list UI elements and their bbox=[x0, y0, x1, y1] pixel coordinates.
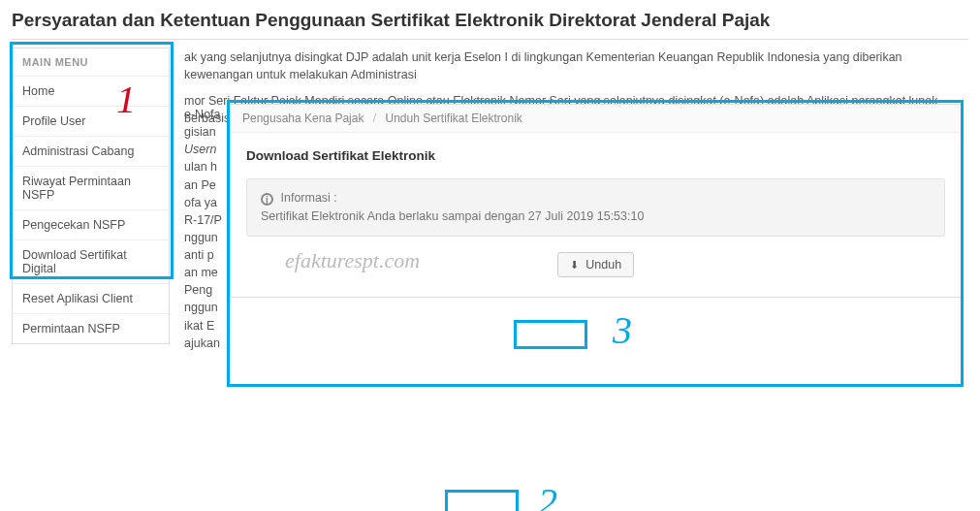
info-icon: i bbox=[261, 193, 273, 206]
sidebar-item-admin-cabang[interactable]: Administrasi Cabang bbox=[13, 136, 169, 166]
modal-body: Download Sertifikat Elektronik i Informa… bbox=[231, 133, 961, 297]
info-box: i Informasi : Sertifikat Elektronik Anda… bbox=[246, 178, 945, 237]
unduh-button[interactable]: ⬇ Unduh bbox=[557, 252, 634, 277]
divider bbox=[12, 39, 968, 40]
sidebar-item-profile[interactable]: Profile User bbox=[13, 106, 169, 136]
info-title: Informasi : bbox=[280, 191, 336, 205]
unduh-label: Unduh bbox=[585, 258, 621, 271]
download-modal: Pengusaha Kena Pajak / Unduh Sertifikat … bbox=[230, 104, 962, 298]
sidebar-item-reset-client[interactable]: Reset Aplikasi Client bbox=[13, 283, 169, 313]
page-title: Persyaratan dan Ketentuan Penggunaan Ser… bbox=[0, 0, 980, 39]
main-container: ak yang selanjutnya disingkat DJP adalah… bbox=[0, 48, 980, 511]
sidebar-header: MAIN MENU bbox=[13, 48, 169, 76]
sidebar-item-permintaan-nsfp[interactable]: Permintaan NSFP bbox=[13, 313, 169, 343]
sidebar: MAIN MENU Home Profile User Administrasi… bbox=[12, 48, 170, 344]
info-body: Sertifikat Elektronik Anda berlaku sampa… bbox=[261, 208, 931, 226]
annotation-2: 2 bbox=[538, 479, 557, 511]
modal-heading: Download Sertifikat Elektronik bbox=[246, 148, 945, 163]
highlight-3 bbox=[514, 320, 587, 349]
breadcrumb-a[interactable]: Pengusaha Kena Pajak bbox=[242, 112, 364, 125]
breadcrumb-sep: / bbox=[373, 112, 376, 125]
info-title-line: i Informasi : bbox=[261, 189, 931, 208]
bg-fragment-col: e-Nofa gisian Usern ulan h an Pe ofa ya … bbox=[184, 106, 228, 352]
sidebar-item-riwayat-nsfp[interactable]: Riwayat Permintaan NSFP bbox=[13, 166, 169, 209]
annotation-3: 3 bbox=[613, 307, 632, 353]
breadcrumb: Pengusaha Kena Pajak / Unduh Sertifikat … bbox=[231, 105, 961, 133]
bg-p1: ak yang selanjutnya disingkat DJP adalah… bbox=[184, 49, 968, 83]
breadcrumb-b: Unduh Sertifikat Elektronik bbox=[385, 112, 522, 125]
sidebar-item-pengecekan-nsfp[interactable]: Pengecekan NSFP bbox=[13, 209, 169, 240]
highlight-2 bbox=[445, 490, 519, 511]
download-icon: ⬇ bbox=[570, 259, 579, 271]
sidebar-item-home[interactable]: Home bbox=[13, 76, 169, 106]
watermark: efakturespt.com bbox=[285, 248, 420, 273]
sidebar-item-download-sertifikat[interactable]: Download Sertifikat Digital bbox=[13, 240, 169, 283]
